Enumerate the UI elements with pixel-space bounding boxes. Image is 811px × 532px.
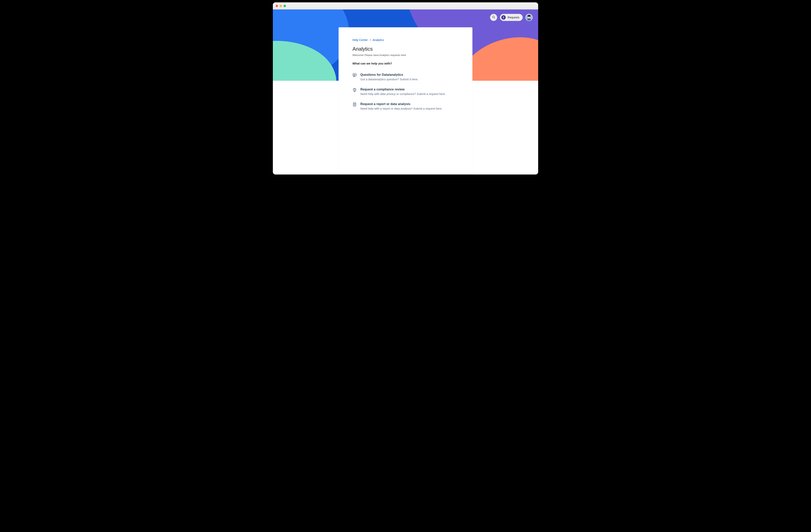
shield-icon [352,88,357,92]
request-type-compliance[interactable]: Request a compliance review Need help wi… [352,88,459,96]
avatar[interactable] [525,14,533,21]
request-type-title: Request a compliance review [361,88,446,91]
requests-button[interactable]: 2 Requests [500,14,523,21]
window-zoom-dot[interactable] [284,5,286,7]
window-minimize-dot[interactable] [279,5,282,7]
report-icon [352,102,357,107]
page-title: Analytics [352,46,459,52]
request-type-title: Questions for Data/analytics [361,73,418,77]
page-subtitle: Welcome! Please raise Analytics requests… [352,53,459,57]
request-type-report[interactable]: Request a report or data analysis Need h… [352,102,459,110]
help-heading: What can we help you with? [352,62,459,65]
request-type-list: Questions for Data/analytics Got a data/… [352,73,459,110]
request-type-desc: Need help with data privacy or complianc… [361,92,446,96]
titlebar [273,2,538,10]
breadcrumb-separator: / [370,38,370,42]
chat-icon [352,73,357,77]
requests-count-badge: 2 [501,15,506,20]
request-type-desc: Need help with a report or data analysis… [361,107,442,110]
content-card: Help Center / Analytics Analytics Welcom… [339,27,472,174]
svg-rect-5 [353,74,356,76]
svg-point-1 [492,16,494,18]
search-icon [492,15,495,20]
request-type-questions[interactable]: Questions for Data/analytics Got a data/… [352,73,459,81]
breadcrumb-root-link[interactable]: Help Center [352,38,368,42]
search-button[interactable] [490,14,497,21]
browser-window: 2 Requests Help Center / Analytics Analy… [273,2,538,174]
topbar: 2 Requests [490,14,533,21]
requests-label: Requests [508,16,519,19]
request-type-desc: Got a data/analytics question? Submit it… [361,78,418,81]
window-close-dot[interactable] [276,5,278,7]
request-type-title: Request a report or data analysis [361,102,442,106]
breadcrumb-current-link[interactable]: Analytics [372,38,384,42]
svg-line-2 [494,18,495,18]
breadcrumb: Help Center / Analytics [352,38,459,42]
